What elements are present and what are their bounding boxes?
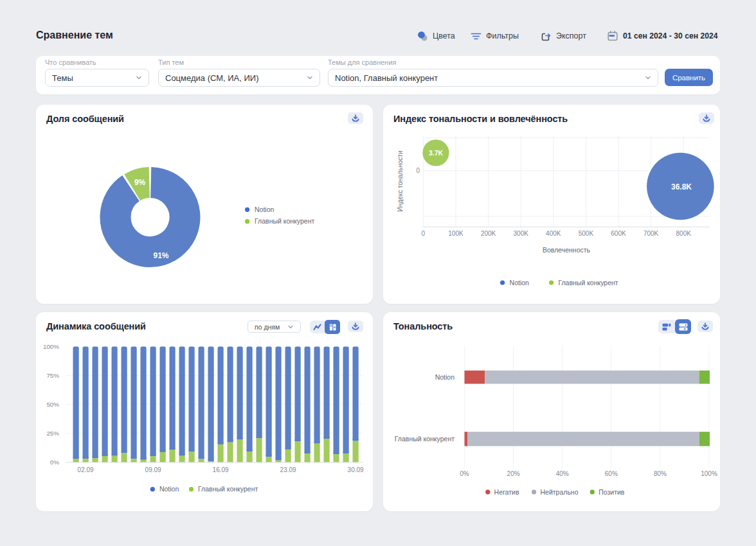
svg-text:200K: 200K — [481, 230, 496, 237]
svg-text:Главный конкурент: Главный конкурент — [395, 435, 455, 443]
svg-text:50%: 50% — [46, 401, 59, 408]
svg-text:400K: 400K — [546, 230, 561, 237]
svg-text:Индекс тональности: Индекс тональности — [397, 151, 404, 212]
svg-text:Notion: Notion — [435, 373, 455, 381]
svg-text:Вовлеченность: Вовлеченность — [543, 246, 591, 254]
svg-text:700K: 700K — [644, 230, 659, 237]
svg-text:300K: 300K — [514, 230, 529, 237]
svg-text:09.09: 09.09 — [145, 466, 161, 473]
svg-text:0: 0 — [416, 167, 420, 174]
svg-text:23.09: 23.09 — [280, 466, 296, 473]
svg-text:0%: 0% — [50, 459, 59, 466]
svg-text:Notion: Notion — [159, 485, 179, 493]
svg-text:02.09: 02.09 — [78, 466, 94, 473]
svg-text:800K: 800K — [676, 230, 692, 237]
svg-text:100K: 100K — [448, 230, 464, 237]
svg-text:75%: 75% — [46, 372, 59, 379]
svg-text:500K: 500K — [579, 230, 594, 237]
svg-text:Негатив: Негатив — [494, 488, 519, 496]
svg-text:0: 0 — [422, 230, 426, 237]
svg-text:Notion: Notion — [510, 279, 530, 286]
svg-text:40%: 40% — [556, 470, 569, 477]
svg-text:Главный конкурент: Главный конкурент — [558, 279, 618, 286]
svg-text:3.7K: 3.7K — [429, 149, 444, 157]
svg-text:600K: 600K — [611, 230, 626, 237]
svg-text:9%: 9% — [134, 178, 146, 187]
svg-text:16.09: 16.09 — [213, 466, 229, 473]
svg-text:30.09: 30.09 — [348, 466, 364, 473]
svg-text:60%: 60% — [605, 470, 618, 477]
svg-text:100%: 100% — [43, 343, 59, 350]
svg-text:Главный конкурент: Главный конкурент — [198, 485, 258, 493]
svg-text:36.8K: 36.8K — [671, 182, 692, 191]
svg-text:91%: 91% — [153, 251, 168, 260]
svg-text:Notion: Notion — [255, 206, 274, 213]
svg-text:Нейтрально: Нейтрально — [541, 488, 579, 496]
svg-text:0%: 0% — [460, 470, 469, 477]
svg-text:20%: 20% — [507, 470, 520, 477]
svg-text:Главный конкурент: Главный конкурент — [255, 217, 314, 225]
svg-text:80%: 80% — [654, 470, 667, 477]
svg-text:100%: 100% — [701, 470, 717, 477]
svg-text:Позитив: Позитив — [598, 488, 625, 496]
svg-text:25%: 25% — [46, 430, 59, 437]
